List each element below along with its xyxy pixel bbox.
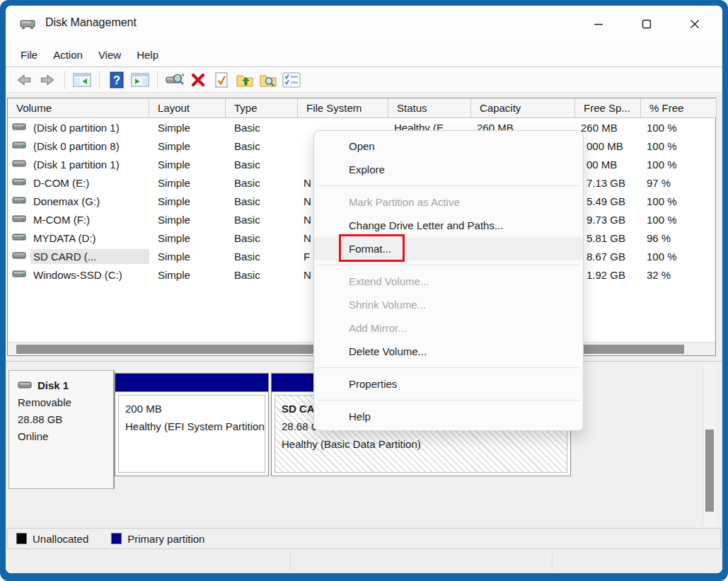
volume-name: Donemax (G:) [30,194,149,209]
volume-cell: (Disk 0 partition 8) [8,137,149,155]
toolbar-separator [99,71,100,89]
disk-icon [12,195,26,207]
layout-cell: Simple [149,229,226,247]
column-header-status[interactable]: Status [388,98,471,118]
disk-icon [12,251,26,263]
menu-bar: FileActionViewHelp [6,42,722,67]
volume-name: M-COM (F:) [30,212,149,227]
layout-cell: Simple [149,210,226,229]
maximize-button[interactable] [630,10,663,38]
column-header-volume[interactable]: Volume [8,98,149,118]
rescan-disks-icon[interactable] [165,70,185,90]
desktop-frame: Disk Management FileActionViewHelp ? Vol… [0,0,728,581]
volume-cell: M-COM (F:) [8,210,149,229]
column-header-layout[interactable]: Layout [149,98,226,118]
type-cell: Basic [226,265,298,284]
menu-action[interactable]: Action [45,46,91,64]
menu-item-change-drive-letter-and-paths[interactable]: Change Drive Letter and Paths... [314,214,583,237]
legend-bar: UnallocatedPrimary partition [7,528,721,549]
menu-separator [314,181,583,190]
forward-icon[interactable] [37,70,57,90]
type-cell: Basic [226,137,298,155]
volume-name: (Disk 0 partition 1) [30,120,149,135]
column-header-file-system[interactable]: File System [298,98,388,118]
back-icon[interactable] [14,70,34,90]
menu-item-format[interactable]: Format... [314,237,583,260]
column-header-capacity[interactable]: Capacity [471,98,575,118]
volume-name: (Disk 1 partition 1) [30,157,149,172]
menu-item-help[interactable]: Help [314,405,583,428]
percent-free-cell: 97 % [641,173,717,192]
type-cell: Basic [226,229,298,247]
status-bar [6,549,722,573]
menu-item-extend-volume: Extend Volume... [314,270,583,293]
menu-item-open[interactable]: Open [314,134,583,158]
percent-free-cell: 100 % [641,247,717,265]
legend-label: Unallocated [33,533,88,545]
percent-free-cell: 100 % [641,210,717,229]
vertical-scrollbar[interactable] [703,364,715,526]
volume-name: SD CARD (... [30,249,149,264]
toolbar: ? [6,67,722,93]
type-cell: Basic [226,210,298,229]
disk-1-header[interactable]: Disk 1 Removable 28.88 GB Online [8,370,115,489]
menu-item-properties[interactable]: Properties [314,372,583,396]
volume-cell: MYDATA (D:) [8,229,149,247]
column-header-free-sp-[interactable]: Free Sp... [575,98,641,118]
disk-size: 28.88 GB [18,413,113,425]
window-title: Disk Management [45,16,137,29]
column-header-type[interactable]: Type [226,98,298,118]
disk-name: Disk 1 [37,379,69,391]
layout-cell: Simple [149,155,226,173]
disk-icon [12,232,26,244]
volume-cell: Donemax (G:) [8,192,149,210]
legend-swatch-unallocated [16,533,27,544]
partition-size: 200 MB [125,400,265,418]
folder-up-icon[interactable] [235,70,255,90]
menu-item-mark-partition-as-active: Mark Partition as Active [314,190,583,214]
context-menu: OpenExploreMark Partition as ActiveChang… [313,130,584,431]
menu-item-explore[interactable]: Explore [314,158,583,181]
partition-status: Healthy (EFI System Partition) [125,418,265,435]
layout-cell: Simple [149,265,226,284]
delete-icon[interactable] [188,70,208,90]
menu-item-shrink-volume: Shrink Volume... [314,293,583,316]
percent-free-cell: 100 % [641,118,717,137]
help-icon[interactable]: ? [107,70,127,90]
type-cell: Basic [226,173,298,192]
layout-cell: Simple [149,247,226,265]
menu-file[interactable]: File [13,46,45,64]
folder-search-icon[interactable] [258,70,278,90]
disk-icon [12,159,26,171]
svg-text:?: ? [113,74,120,87]
type-cell: Basic [226,247,298,265]
type-cell: Basic [226,192,298,210]
disk-icon [12,122,26,134]
percent-free-cell: 96 % [641,229,717,247]
list-header: VolumeLayoutTypeFile SystemStatusCapacit… [8,98,717,118]
type-cell: Basic [226,118,298,137]
volume-cell: (Disk 0 partition 1) [8,118,149,137]
show-action-pane-icon[interactable] [130,70,150,90]
show-console-tree-icon[interactable] [72,70,92,90]
volume-name: Windows-SSD (C:) [30,268,149,282]
vertical-scrollbar-thumb[interactable] [705,430,714,512]
volume-cell: SD CARD (... [8,247,149,265]
close-button[interactable] [678,10,711,38]
volume-cell: (Disk 1 partition 1) [8,155,149,173]
disk-icon [12,214,26,226]
menu-view[interactable]: View [91,46,129,64]
partition-color-band [115,374,268,392]
toolbar-separator [157,71,158,89]
menu-separator [314,396,583,405]
menu-help[interactable]: Help [129,46,166,64]
layout-cell: Simple [149,137,226,155]
minimize-button[interactable] [582,10,615,38]
properties-check-icon[interactable] [212,70,231,90]
checklist-icon[interactable] [282,70,301,90]
partition-efi[interactable]: 200 MB Healthy (EFI System Partition) [115,373,269,476]
menu-item-delete-volume[interactable]: Delete Volume... [314,340,583,363]
column-header--free[interactable]: % Free [641,98,717,118]
percent-free-cell: 100 % [641,192,717,210]
legend-label: Primary partition [127,533,204,545]
